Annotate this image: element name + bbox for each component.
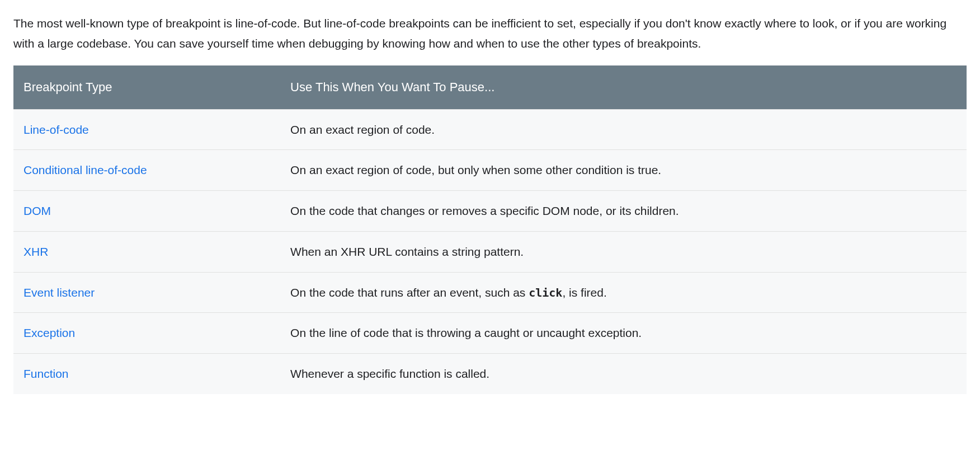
intro-paragraph: The most well-known type of breakpoint i…: [13, 13, 964, 53]
table-row: DOMOn the code that changes or removes a…: [13, 191, 967, 232]
table-row: FunctionWhenever a specific function is …: [13, 353, 967, 393]
table-row: Conditional line-of-codeOn an exact regi…: [13, 150, 967, 191]
breakpoint-type-cell: XHR: [13, 231, 280, 272]
breakpoint-desc-cell: On an exact region of code.: [280, 109, 967, 150]
breakpoint-type-cell: DOM: [13, 191, 280, 232]
breakpoint-type-link[interactable]: Exception: [23, 326, 75, 339]
table-row: Event listenerOn the code that runs afte…: [13, 272, 967, 313]
breakpoint-desc-cell: When an XHR URL contains a string patter…: [280, 231, 967, 272]
breakpoint-type-link[interactable]: XHR: [23, 245, 48, 258]
breakpoint-desc-cell: On an exact region of code, but only whe…: [280, 150, 967, 191]
breakpoint-desc-cell: On the code that runs after an event, su…: [280, 272, 967, 313]
breakpoint-type-link[interactable]: Conditional line-of-code: [23, 163, 147, 176]
inline-code: click: [529, 286, 562, 299]
breakpoint-type-cell: Function: [13, 353, 280, 393]
breakpoint-type-link[interactable]: Event listener: [23, 286, 95, 299]
table-row: ExceptionOn the line of code that is thr…: [13, 313, 967, 354]
breakpoint-type-link[interactable]: Function: [23, 367, 69, 380]
table-header-when: Use This When You Want To Pause...: [280, 65, 967, 109]
breakpoint-type-cell: Exception: [13, 313, 280, 354]
breakpoint-type-link[interactable]: Line-of-code: [23, 123, 89, 136]
table-header-type: Breakpoint Type: [13, 65, 280, 109]
table-row: Line-of-codeOn an exact region of code.: [13, 109, 967, 150]
breakpoint-desc-cell: On the code that changes or removes a sp…: [280, 191, 967, 232]
breakpoint-type-cell: Event listener: [13, 272, 280, 313]
breakpoint-type-link[interactable]: DOM: [23, 204, 51, 217]
breakpoint-types-table: Breakpoint Type Use This When You Want T…: [13, 65, 967, 393]
breakpoint-type-cell: Line-of-code: [13, 109, 280, 150]
breakpoint-type-cell: Conditional line-of-code: [13, 150, 280, 191]
table-row: XHRWhen an XHR URL contains a string pat…: [13, 231, 967, 272]
breakpoint-desc-cell: On the line of code that is throwing a c…: [280, 313, 967, 354]
breakpoint-desc-cell: Whenever a specific function is called.: [280, 353, 967, 393]
